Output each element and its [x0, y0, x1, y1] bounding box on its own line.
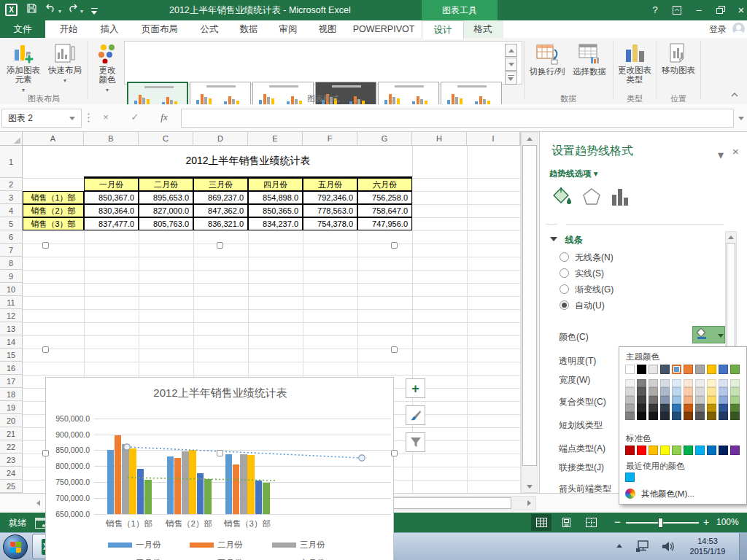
column-header-G[interactable]: G	[357, 132, 412, 146]
value-cell[interactable]: 827,000.0	[139, 204, 193, 217]
cancel-formula-button[interactable]: ×	[96, 109, 115, 126]
theme-color-swatch-#E7E6E6[interactable]	[649, 365, 658, 374]
theme-variant-swatch-#1F3864[interactable]	[719, 412, 728, 420]
row-label-cell-1[interactable]: 销售（1）部	[23, 191, 84, 204]
chart-resize-handle[interactable]	[391, 346, 398, 353]
theme-variant-swatch-#E2EFDA[interactable]	[730, 379, 740, 387]
standard-color-swatch-#7030A0[interactable]	[730, 446, 740, 455]
row-header-20[interactable]: 20	[0, 414, 23, 427]
theme-variant-swatch-#333F4F[interactable]	[660, 404, 670, 412]
row-header-11[interactable]: 11	[0, 296, 23, 309]
tab-公式[interactable]: 公式	[190, 20, 229, 38]
row-header-8[interactable]: 8	[0, 257, 23, 270]
value-cell[interactable]: 834,237.0	[248, 217, 303, 230]
row-header-18[interactable]: 18	[0, 388, 23, 401]
row-header-12[interactable]: 12	[0, 309, 23, 322]
vscroll-up-arrow[interactable]	[521, 133, 538, 144]
radio-无线条(N)[interactable]	[560, 252, 569, 262]
month-header-cell-5[interactable]: 五月份	[303, 178, 357, 191]
theme-color-swatch-#5B9BD5[interactable]	[672, 365, 681, 374]
qat-customize-button[interactable]	[89, 4, 99, 17]
value-cell[interactable]: 854,898.0	[248, 191, 303, 204]
value-cell[interactable]: 895,653.0	[139, 191, 193, 204]
chart-resize-handle[interactable]	[391, 450, 398, 456]
theme-variant-swatch-#F8CBAD[interactable]	[684, 387, 693, 395]
formula-input[interactable]	[181, 109, 734, 128]
minimize-button[interactable]: –	[689, 0, 709, 20]
radio-自动(U)[interactable]	[560, 300, 569, 310]
theme-variant-swatch-#D6DCE4[interactable]	[660, 379, 670, 387]
theme-color-swatch-#000000[interactable]	[637, 365, 646, 374]
row-header-5[interactable]: 5	[0, 217, 23, 230]
theme-variant-swatch-#833C00[interactable]	[684, 412, 693, 420]
theme-variant-swatch-#A9D18E[interactable]	[730, 396, 740, 404]
gallery-scroll-down[interactable]	[505, 58, 517, 71]
standard-color-swatch-#002060[interactable]	[719, 446, 728, 455]
theme-variant-swatch-#BF9000[interactable]	[707, 404, 716, 412]
column-header-F[interactable]: F	[303, 132, 357, 146]
standard-color-swatch-#0070C0[interactable]	[707, 446, 716, 455]
standard-color-swatch-#00B050[interactable]	[684, 446, 693, 455]
zoom-out-button[interactable]: −	[614, 516, 621, 528]
pane-scroll-up-arrow[interactable]	[725, 233, 737, 241]
row-header-7[interactable]: 7	[0, 244, 23, 257]
theme-variant-swatch-#7B7B7B[interactable]	[695, 404, 705, 412]
trendline-layer[interactable]	[46, 378, 395, 560]
value-cell[interactable]: 778,563.0	[303, 204, 357, 217]
tab-POWERPIVOT[interactable]: POWERPIVOT	[347, 20, 420, 38]
formula-bar-splitter[interactable]	[88, 112, 90, 122]
theme-color-swatch-#FFC000[interactable]	[707, 365, 716, 374]
line-section-header[interactable]: 线条	[550, 233, 582, 246]
standard-color-swatch-#92D050[interactable]	[672, 446, 681, 455]
row-header-22[interactable]: 22	[0, 440, 23, 454]
collapse-ribbon-button[interactable]	[728, 90, 741, 101]
chart-resize-handle[interactable]	[391, 242, 398, 249]
theme-variant-swatch-#ACB9CA[interactable]	[660, 387, 670, 395]
name-box-dropdown-arrow[interactable]	[69, 117, 75, 120]
row-header-16[interactable]: 16	[0, 362, 23, 375]
theme-variant-swatch-#595959[interactable]	[637, 387, 646, 395]
month-header-cell-4[interactable]: 四月份	[248, 178, 303, 191]
value-cell[interactable]: 754,378.0	[303, 217, 357, 230]
show-desktop-button[interactable]	[739, 533, 747, 560]
theme-variant-swatch-#525252[interactable]	[695, 412, 705, 420]
tab-格式[interactable]: 格式	[462, 20, 503, 38]
effects-tab[interactable]	[582, 187, 604, 209]
theme-variant-swatch-#548235[interactable]	[730, 404, 740, 412]
row-header-19[interactable]: 19	[0, 401, 23, 414]
row-header-23[interactable]: 23	[0, 454, 23, 467]
chart-resize-handle[interactable]	[217, 450, 223, 456]
value-cell[interactable]: 792,346.0	[303, 191, 357, 204]
theme-variant-swatch-#2F5496[interactable]	[719, 404, 728, 412]
quick-layout-button[interactable]: 快速布局 ▾	[45, 41, 85, 85]
row-header-15[interactable]: 15	[0, 349, 23, 362]
theme-variant-swatch-#C6E0B4[interactable]	[730, 387, 740, 395]
month-header-cell-2[interactable]: 二月份	[139, 178, 193, 191]
row-header-14[interactable]: 14	[0, 335, 23, 349]
theme-variant-swatch-#F2F2F2[interactable]	[625, 379, 635, 387]
tab-设计[interactable]: 设计	[422, 20, 464, 39]
theme-variant-swatch-#808080[interactable]	[625, 412, 635, 420]
value-cell[interactable]: 850,367.0	[84, 191, 139, 204]
formula-bar-expand-arrow[interactable]	[738, 117, 744, 120]
theme-variant-swatch-#D9E2F3[interactable]	[719, 379, 728, 387]
theme-variant-swatch-#D9D9D9[interactable]	[625, 387, 635, 395]
row-header-13[interactable]: 13	[0, 322, 23, 335]
gallery-scroll-up[interactable]	[505, 44, 517, 57]
theme-variant-swatch-#375623[interactable]	[730, 412, 740, 420]
vscroll-thumb[interactable]	[522, 145, 537, 466]
column-header-H[interactable]: H	[412, 132, 467, 146]
theme-variant-swatch-#C9C9C9[interactable]	[695, 396, 705, 404]
zoom-level-label[interactable]: 100%	[716, 517, 739, 527]
gallery-more-button[interactable]	[505, 71, 517, 85]
color-dropdown-arrow[interactable]	[718, 334, 724, 338]
zoom-slider-handle[interactable]	[658, 518, 663, 528]
change-colors-button[interactable]: 更改颜色 ▾	[92, 41, 123, 95]
row-header-6[interactable]: 6	[0, 230, 23, 244]
value-cell[interactable]: 747,956.0	[357, 217, 412, 230]
theme-variant-swatch-#C55A11[interactable]	[684, 404, 693, 412]
tray-show-hidden-icons[interactable]	[616, 544, 622, 548]
save-button[interactable]	[27, 4, 40, 17]
column-header-C[interactable]: C	[139, 132, 193, 146]
more-colors-item[interactable]: 其他颜色(M)...	[624, 487, 742, 501]
